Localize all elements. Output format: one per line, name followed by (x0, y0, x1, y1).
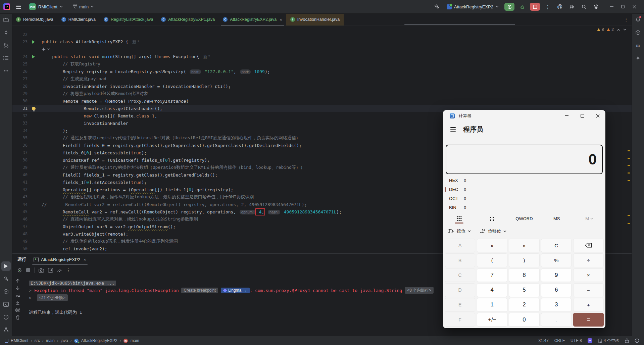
lingma-status-icon[interactable]: ✦ (588, 338, 592, 343)
tab-scrollbar-thumb[interactable] (404, 24, 515, 25)
clear-console-trash-icon[interactable] (16, 315, 20, 320)
calc-key-−[interactable]: − (573, 283, 604, 297)
calc-key-»[interactable]: » (509, 239, 539, 252)
calc-key-6[interactable]: 6 (541, 283, 572, 297)
calc-key-)[interactable]: ) (509, 253, 539, 267)
run-gutter-icon[interactable] (32, 40, 35, 44)
calc-key-([interactable]: ( (477, 253, 507, 267)
console-more-icon[interactable]: ⋮ (66, 267, 71, 273)
breadcrumb-item[interactable]: src (35, 338, 40, 343)
breadcrumb[interactable]: RMIClient›src›main›java›CAttackRegistryE… (5, 338, 139, 343)
commit-tool-icon[interactable] (1, 28, 11, 37)
prev-problem-icon[interactable] (617, 29, 620, 31)
calculator-titlebar[interactable]: 计算器 (443, 110, 605, 121)
editor-error-stripe[interactable] (627, 26, 630, 253)
fold-arrow-icon[interactable]: > (29, 295, 34, 300)
problems-tool-icon[interactable] (1, 312, 11, 322)
calc-menu-icon[interactable] (448, 125, 458, 134)
rerun-button[interactable] (504, 3, 514, 11)
tab-options-icon[interactable]: ⋮ (621, 13, 632, 26)
file-encoding[interactable]: UTF-8 (571, 338, 582, 343)
indent-setting[interactable]: 4 个空格 (598, 338, 619, 344)
version-control-tool-icon[interactable] (1, 325, 11, 335)
editor-tab[interactable]: CAttackRegistryEXP2.java× (219, 13, 286, 26)
editor-tab[interactable]: IRemoteObj.java (12, 13, 57, 26)
calc-key-%[interactable]: % (541, 253, 572, 267)
breadcrumb-item[interactable]: CAttackRegistryEXP2 (74, 338, 117, 343)
calc-key-C[interactable]: C (541, 239, 572, 252)
code-line[interactable]: 28 InvocationHandler invocationHandler =… (12, 83, 632, 90)
debug-button[interactable] (518, 2, 527, 11)
line-ending[interactable]: CRLF (554, 338, 565, 343)
services-tool-icon[interactable] (1, 287, 11, 296)
calc-key-+[interactable]: + (573, 298, 604, 312)
print-icon[interactable] (15, 308, 20, 312)
at-mention-icon[interactable]: @ (555, 2, 564, 11)
window-close-button[interactable] (629, 2, 640, 12)
build-tool-icon[interactable] (1, 274, 11, 284)
calc-key-+/−[interactable]: +/− (477, 313, 507, 327)
editor-tab[interactable]: CRegistryListAttack.java (100, 13, 157, 26)
breadcrumb-item[interactable]: java (61, 338, 68, 343)
editor-tab[interactable]: CRMIClient.java (57, 13, 100, 26)
maven-tool-icon[interactable]: m (633, 41, 643, 50)
calc-key-7[interactable]: 7 (477, 268, 507, 282)
down-stack-icon[interactable] (16, 286, 20, 290)
thread-dump-camera-icon[interactable] (39, 268, 44, 273)
ai-sparkle-icon[interactable] (42, 47, 46, 51)
terminal-tool-icon[interactable] (1, 300, 11, 309)
bit-keypad-toggle[interactable] (476, 216, 508, 221)
code-line[interactable]: 23public class AttackRegistryEXP2 {新 * (12, 38, 632, 46)
soft-wrap-icon[interactable] (15, 293, 20, 297)
stop-button[interactable] (530, 3, 540, 11)
branch-selector[interactable]: main (73, 4, 94, 9)
calc-close-button[interactable] (590, 110, 605, 121)
chevron-down-icon[interactable] (47, 48, 50, 50)
profiler-icon[interactable] (57, 268, 62, 273)
run-console-tab[interactable]: AttackRegistryEXP2 × (34, 254, 86, 265)
calc-key-3[interactable]: 3 (541, 298, 572, 312)
console-badge[interactable]: Create breakpoint (181, 288, 218, 293)
tab-close-icon[interactable]: × (280, 17, 282, 22)
calc-minimize-button[interactable] (559, 110, 575, 121)
code-line[interactable]: 22 (12, 31, 632, 38)
structure-tool-icon[interactable] (1, 53, 11, 63)
code-line[interactable]: 26 Registry registry = LocateRegistry.ge… (12, 68, 632, 75)
settings-gear-icon[interactable] (592, 2, 600, 11)
calc-key-8[interactable]: 8 (509, 268, 539, 282)
bitshift-dropdown[interactable]: 位移位 (480, 228, 506, 234)
weak-warning-count[interactable]: 8 (597, 27, 604, 32)
caret-position[interactable]: 31:47 (539, 338, 549, 343)
radix-row-dec[interactable]: DEC0 (443, 185, 605, 194)
unlocked-icon[interactable] (625, 338, 629, 343)
calc-key-0[interactable]: 0 (509, 313, 539, 327)
search-icon[interactable] (580, 2, 588, 11)
window-maximize-button[interactable] (617, 2, 629, 12)
scroll-to-end-icon[interactable] (16, 300, 20, 305)
lingma-tool-icon[interactable] (633, 53, 643, 63)
code-line[interactable]: 30 Remote remote = (Remote) Proxy.newPro… (12, 97, 632, 105)
calc-maximize-button[interactable] (575, 110, 590, 121)
run-gutter-icon[interactable] (32, 55, 35, 58)
radix-row-oct[interactable]: OCT0 (443, 194, 605, 203)
up-stack-icon[interactable] (16, 279, 20, 283)
memory-store-button[interactable]: MS (540, 216, 573, 221)
calc-key-«[interactable]: « (477, 239, 507, 252)
inspection-status-icon[interactable] (635, 338, 639, 343)
rerun-icon[interactable] (17, 268, 22, 273)
ai-inlay-row[interactable] (12, 46, 632, 53)
calc-key-5[interactable]: 5 (509, 283, 539, 297)
full-keypad-toggle[interactable] (443, 216, 476, 221)
more-tools-icon[interactable] (1, 66, 11, 76)
project-selector[interactable]: RM RMIClient (27, 2, 65, 11)
project-tool-icon[interactable] (1, 15, 11, 24)
close-icon[interactable]: × (84, 257, 86, 262)
radix-row-hex[interactable]: HEX0 (443, 176, 605, 185)
notifications-bell-icon[interactable] (633, 15, 643, 24)
calc-key-4[interactable]: 4 (477, 283, 507, 297)
restore-layout-icon[interactable] (48, 268, 53, 273)
run-tool-icon[interactable] (1, 261, 11, 271)
next-problem-icon[interactable] (623, 29, 627, 31)
word-size-button[interactable]: QWORD (508, 216, 541, 221)
breadcrumb-item[interactable]: mmain (123, 338, 139, 343)
